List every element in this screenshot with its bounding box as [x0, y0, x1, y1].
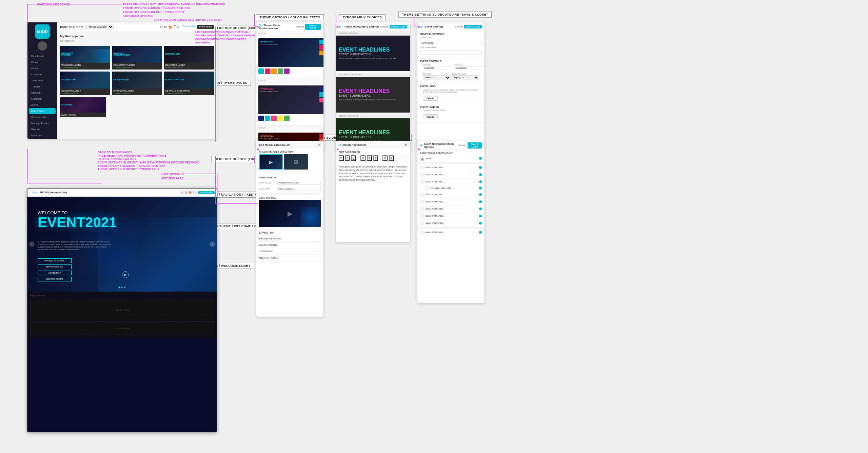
- video-still-play[interactable]: ▶: [259, 200, 321, 227]
- toolbar-align-right[interactable]: ≡: [373, 155, 378, 161]
- video-source-input[interactable]: [277, 181, 321, 185]
- nav-home-down[interactable]: ↓: [475, 157, 476, 160]
- nav-item-2-down[interactable]: ↓: [475, 173, 476, 176]
- swatch-indigo[interactable]: [258, 116, 264, 121]
- nav-menu-cancel[interactable]: Cancel: [458, 144, 466, 146]
- sidebar-item-about[interactable]: About: [29, 65, 56, 71]
- swatch-green2[interactable]: [284, 116, 290, 121]
- nav-menu-save-close[interactable]: Save & Close: [468, 142, 482, 149]
- nav-dot-2[interactable]: [121, 287, 123, 288]
- swatch-pink2[interactable]: [271, 116, 277, 121]
- sidebar-item-dashboard[interactable]: Dashboard: [29, 53, 56, 59]
- nav-item-3-down[interactable]: ↓: [475, 180, 476, 183]
- start-date-input[interactable]: [423, 66, 454, 70]
- media-thumb-video[interactable]: ▶: [259, 154, 283, 170]
- sidebar-item-event-sites[interactable]: Event Sites: [29, 108, 56, 114]
- sidebar-item-reports[interactable]: Reports: [29, 126, 56, 132]
- event-studio-btn[interactable]: Event Studio: [197, 25, 214, 29]
- nav-item-9-down[interactable]: ↓: [475, 231, 476, 234]
- page-section-2[interactable]: + Add Section: [30, 321, 214, 335]
- swatch-green[interactable]: [278, 68, 283, 74]
- event-settings-cancel[interactable]: Cancel: [455, 25, 463, 28]
- toolbar-align-center[interactable]: ≡: [367, 155, 372, 161]
- toolbar-italic[interactable]: I: [345, 155, 349, 161]
- nav-item-9-up[interactable]: ↑: [473, 231, 474, 234]
- nav-item-1-down[interactable]: ↓: [475, 166, 476, 169]
- start-type-select[interactable]: Event 2021: [423, 75, 451, 80]
- nav-menu-item-1[interactable]: MENU ITEM LABEL ↑ ↓: [417, 164, 485, 171]
- hero-btn-meeting[interactable]: MEETING ROOMS: [38, 277, 72, 281]
- topbar-icon-1[interactable]: ⊕: [160, 25, 162, 29]
- topbar-icon-4[interactable]: T: [174, 25, 176, 29]
- nav-item-1-up[interactable]: ↑: [473, 166, 474, 169]
- save-updates-btn[interactable]: Save Updates: [198, 191, 215, 194]
- video-url-input[interactable]: [277, 187, 321, 191]
- pe-icon-1[interactable]: ⊕: [181, 191, 183, 194]
- end-type-select[interactable]: Nightly EDT: [452, 75, 479, 80]
- btn-list-browse[interactable]: BROWSE SESSIONS ›: [256, 235, 323, 242]
- nav-item-5-up[interactable]: ↑: [473, 200, 474, 203]
- color-palettes-save-close[interactable]: Save & Close: [305, 24, 321, 30]
- toolbar-align-left[interactable]: ≡: [360, 155, 366, 161]
- toolbar-list[interactable]: ≡: [382, 155, 388, 161]
- back-button[interactable]: ← Back: [29, 191, 38, 194]
- hero-btn-browse[interactable]: BROWSE SESSIONS: [38, 258, 72, 263]
- nav-item-8-up[interactable]: ↑: [473, 222, 474, 225]
- nav-home-up[interactable]: ↑: [473, 157, 474, 160]
- topbar-icon-3[interactable]: 🎨: [168, 25, 172, 29]
- nav-item-8-down[interactable]: ↓: [475, 222, 476, 225]
- sidebar-item-alerts[interactable]: Alerts: [29, 102, 56, 108]
- swatch-pink[interactable]: [265, 68, 270, 74]
- btn-list-brainstorm[interactable]: BRAINSTORMING ›: [256, 242, 323, 248]
- pe-icon-3[interactable]: 🎨: [188, 191, 192, 194]
- swatch-cyan[interactable]: [258, 68, 264, 74]
- page-card-meetings-lobby[interactable]: MEETINGS LOBBY MEETINGS LOBBY Draft (Unp…: [164, 46, 214, 70]
- pe-icon-5[interactable]: ≡: [196, 191, 197, 194]
- nav-item-4-down[interactable]: ↓: [475, 193, 476, 196]
- swatch-yellow[interactable]: [278, 116, 283, 121]
- hero-btn-brainstorm[interactable]: BRAINSTORMING: [38, 264, 72, 269]
- nav-menu-item-8[interactable]: MENU ITEM LABEL ↑ ↓: [417, 220, 485, 227]
- typography-save-close[interactable]: Save & Close: [390, 25, 407, 28]
- sidebar-item-customization[interactable]: Customization: [29, 114, 56, 120]
- hero-btn-community[interactable]: COMMUNITY: [38, 271, 72, 275]
- nav-item-3-up[interactable]: ↑: [473, 180, 474, 183]
- color-palettes-cancel[interactable]: Cancel: [296, 25, 304, 28]
- sidebar-item-brand[interactable]: Brand: [29, 59, 56, 65]
- text-editor-close[interactable]: ✕: [404, 143, 407, 147]
- text-editor-content-area[interactable]: Nunc ipsum consequat non temporum tolian…: [336, 162, 410, 184]
- sidebar-item-meetings[interactable]: Meetings: [29, 96, 56, 102]
- sidebar-item-more-info[interactable]: More Info: [29, 133, 56, 138]
- nav-item-4-up[interactable]: ↑: [473, 193, 474, 196]
- nav-menu-item-2[interactable]: MENU ITEM LABEL ↑ ↓: [417, 171, 485, 178]
- event-abbrev-input[interactable]: [420, 51, 482, 55]
- theme-selection-dropdown[interactable]: Theme Selection: [85, 25, 114, 29]
- sidebar-item-manage-emails[interactable]: Manage Emails: [29, 120, 56, 126]
- nav-sub-item-1[interactable]: SUB MENU ITEM LABEL: [417, 185, 485, 191]
- toolbar-bold[interactable]: B: [339, 155, 344, 161]
- toolbar-more[interactable]: ≡: [389, 155, 394, 161]
- topbar-icon-2[interactable]: ⚙: [164, 25, 167, 29]
- page-card-event-ware[interactable]: EVENT WARE EVENT WARE: [60, 97, 106, 117]
- nav-item-7-up[interactable]: ↑: [473, 215, 474, 218]
- nav-item-6-up[interactable]: ↑: [473, 208, 474, 211]
- nav-item-7-down[interactable]: ↓: [475, 215, 476, 218]
- pe-icon-2[interactable]: ⚙: [184, 191, 187, 194]
- event-settings-save-close[interactable]: Save & Close: [464, 25, 482, 28]
- sidebar-item-time-slots[interactable]: Time Slots: [29, 78, 56, 83]
- preview-site-btn[interactable]: Preview Site: [182, 25, 196, 29]
- page-card-keynote[interactable]: KEYNOTE STREAMING KEYNOTE STREAMING ✓ Re…: [164, 72, 214, 95]
- sidebar-item-network[interactable]: Network: [29, 90, 56, 96]
- pe-icon-4[interactable]: T: [193, 191, 195, 194]
- page-card-welcome-lobby[interactable]: WELCOME TOEVENT2021 WELCOME LOBBY ✓ Read…: [60, 46, 110, 70]
- sidebar-item-locations[interactable]: Locations: [29, 72, 56, 77]
- page-card-community-lobby[interactable]: WELCOME TOCOMMUNITY LOBBY COMMUNITY LOBB…: [112, 46, 162, 70]
- nav-item-2-up[interactable]: ↑: [473, 173, 474, 176]
- swatch-orange[interactable]: [271, 68, 277, 74]
- topbar-icon-5[interactable]: ≡: [177, 25, 179, 29]
- media-list-close[interactable]: ✕: [318, 143, 321, 147]
- page-card-sponsors-lobby[interactable]: SPONSORS LOBBY SPONSORS LOBBY ✓ Ready to…: [112, 72, 162, 95]
- nav-menu-item-4[interactable]: MENU ITEM LABEL ↑ ↓: [417, 191, 485, 198]
- btn-list-community[interactable]: COMMUNITY ›: [256, 248, 323, 255]
- nav-menu-item-3[interactable]: MENU ITEM LABEL ↑ ↓: [417, 178, 485, 185]
